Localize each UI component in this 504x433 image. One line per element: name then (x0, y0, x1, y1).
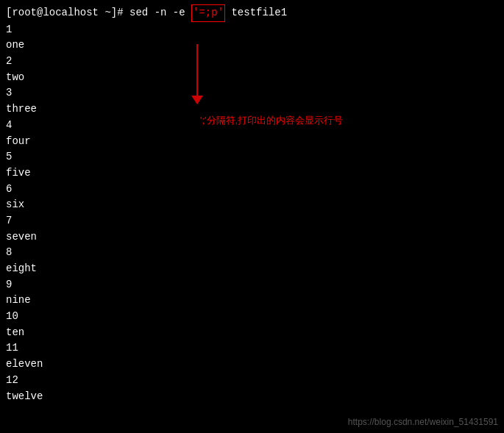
output-line: 3 (6, 85, 498, 101)
terminal-window: [root@localhost ~]# sed -n -e '=;p' test… (0, 0, 504, 409)
output-line: six (6, 197, 498, 213)
prompt: [root@localhost ~]# (6, 5, 129, 21)
watermark: https://blog.csdn.net/weixin_51431591 (348, 417, 498, 427)
output-line: nine (6, 293, 498, 309)
output-line: 6 (6, 182, 498, 198)
output-area: 1one2two3three4four5five6six7seven8eight… (6, 22, 498, 405)
arrow-head (191, 96, 203, 104)
output-line: 8 (6, 245, 498, 261)
output-line: ten (6, 325, 498, 341)
command-highlight: '=;p' (191, 4, 225, 22)
output-line: one (6, 37, 498, 54)
output-line: eight (6, 261, 498, 277)
output-line: two (6, 70, 498, 86)
output-line: 7 (6, 213, 498, 229)
output-line: 10 (6, 309, 498, 325)
output-line: 1 (6, 22, 498, 38)
arrow-line (196, 44, 198, 96)
output-line: twelve (6, 389, 498, 405)
annotation-text: ';'分隔符,打印出的内容会显示行号 (200, 114, 343, 127)
output-line: 2 (6, 54, 498, 70)
output-line: seven (6, 229, 498, 246)
annotation: ';'分隔符,打印出的内容会显示行号 (191, 44, 203, 104)
output-line: 11 (6, 340, 498, 357)
command-before: sed -n -e (129, 5, 191, 21)
output-line: 5 (6, 149, 498, 165)
output-line: eleven (6, 357, 498, 373)
command-after: testfile1 (225, 5, 287, 21)
output-line: five (6, 165, 498, 182)
arrow-container: ';'分隔符,打印出的内容会显示行号 (191, 44, 203, 104)
command-line: [root@localhost ~]# sed -n -e '=;p' test… (6, 4, 498, 22)
output-line: 12 (6, 373, 498, 389)
output-line: four (6, 134, 498, 150)
output-line: 9 (6, 277, 498, 293)
